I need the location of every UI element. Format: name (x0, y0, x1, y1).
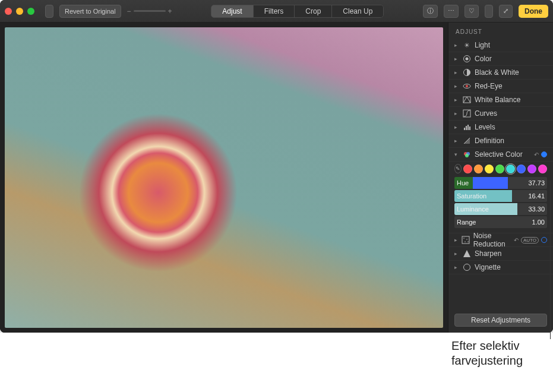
chevron-right-icon: ▸ (454, 138, 459, 144)
adjust-whitebalance[interactable]: ▸ White Balance (448, 93, 553, 107)
svg-rect-13 (469, 127, 470, 130)
eyedropper-icon: ✎ (456, 166, 460, 172)
slider-value: 37.73 (528, 179, 547, 186)
color-swatch[interactable] (463, 165, 472, 173)
slider-label: Hue (454, 179, 528, 186)
slider-hue[interactable]: Hue37.73 (454, 177, 547, 189)
annotation-leader-line (550, 181, 551, 333)
sidebar-toggle-button[interactable] (45, 5, 53, 18)
undo-icon[interactable]: ↶ (514, 237, 519, 244)
tab-adjust[interactable]: Adjust (211, 5, 253, 18)
enabled-toggle[interactable] (541, 237, 547, 243)
photo-canvas[interactable] (0, 23, 448, 333)
svg-rect-11 (466, 126, 467, 130)
sharpen-icon (463, 249, 471, 258)
svg-rect-12 (467, 125, 469, 130)
adjust-curves[interactable]: ▸ Curves (448, 107, 553, 121)
color-swatch[interactable] (474, 165, 483, 173)
zoom-slider[interactable]: − + (127, 7, 172, 15)
content-area: ADJUST ▸ ☀ Light ▸ Color ▸ (0, 23, 553, 333)
svg-rect-8 (463, 97, 470, 103)
noise-icon (462, 236, 470, 244)
adjust-noise-reduction[interactable]: ▸ Noise Reduction ↶ AUTO (448, 233, 553, 247)
color-swatch[interactable] (517, 165, 526, 173)
favorite-button[interactable]: ♡ (464, 5, 479, 18)
slider-label: Saturation (454, 192, 528, 200)
slider-value: 1.00 (532, 219, 547, 226)
tab-filters[interactable]: Filters (254, 5, 295, 18)
done-button[interactable]: Done (519, 5, 548, 18)
edited-photo (5, 27, 443, 328)
slider-label: Luminance (454, 206, 528, 213)
slider-label: Range (454, 219, 532, 226)
revert-button[interactable]: Revert to Original (59, 5, 121, 18)
chevron-right-icon: ▸ (454, 124, 459, 130)
aspect-button[interactable] (485, 5, 493, 18)
info-icon: ⓘ (427, 7, 434, 15)
svg-point-16 (465, 154, 469, 157)
adjust-light[interactable]: ▸ ☀ Light (448, 39, 553, 52)
auto-badge[interactable]: AUTO (521, 237, 539, 244)
adjust-redeye[interactable]: ▸ Red-Eye (448, 80, 553, 93)
svg-point-20 (464, 241, 466, 242)
window-controls (5, 8, 34, 15)
heart-icon: ♡ (469, 7, 475, 15)
color-swatch[interactable] (527, 165, 536, 173)
adjust-levels[interactable]: ▸ Levels (448, 121, 553, 134)
svg-point-22 (464, 264, 470, 271)
chevron-right-icon: ▸ (454, 97, 459, 103)
slider-saturation[interactable]: Saturation16.41 (454, 190, 547, 202)
zoom-icon[interactable] (27, 8, 34, 15)
tab-cleanup[interactable]: Clean Up (332, 5, 384, 18)
adjust-selective-color[interactable]: ▾ Selective Color ↶ (448, 148, 553, 162)
adjust-bw[interactable]: ▸ Black & White (448, 66, 553, 80)
sidebar-header: ADJUST (448, 23, 553, 39)
redeye-icon (463, 82, 471, 90)
chevron-right-icon: ▸ (454, 251, 459, 257)
expand-icon: ⤢ (503, 7, 508, 15)
chevron-right-icon: ▸ (454, 83, 459, 89)
color-icon (463, 55, 471, 63)
ellipsis-icon: ⋯ (448, 7, 454, 15)
fullscreen-button[interactable]: ⤢ (499, 5, 513, 18)
svg-point-4 (466, 58, 469, 61)
reset-adjustments-button[interactable]: Reset Adjustments (454, 314, 547, 327)
svg-point-7 (466, 85, 468, 87)
adjust-definition[interactable]: ▸ Definition (448, 134, 553, 148)
chevron-right-icon: ▸ (454, 56, 459, 62)
app-window: Revert to Original − + Adjust Filters Cr… (0, 0, 553, 333)
tab-crop[interactable]: Crop (295, 5, 332, 18)
close-icon[interactable] (5, 8, 12, 15)
bw-icon (463, 68, 471, 77)
svg-point-19 (466, 239, 467, 240)
svg-rect-17 (462, 236, 469, 244)
levels-icon (463, 123, 471, 131)
chevron-down-icon: ▾ (454, 151, 459, 157)
more-button[interactable]: ⋯ (444, 5, 459, 18)
done-label: Done (524, 7, 542, 15)
chevron-right-icon: ▸ (454, 264, 459, 270)
svg-point-21 (467, 241, 469, 242)
eyedropper-button[interactable]: ✎ (454, 164, 462, 173)
slider-range[interactable]: Range1.00 (454, 216, 547, 228)
color-swatch[interactable] (506, 165, 515, 173)
vignette-icon (463, 263, 471, 271)
info-button[interactable]: ⓘ (423, 5, 438, 18)
color-swatch[interactable] (495, 165, 504, 173)
adjust-vignette[interactable]: ▸ Vignette (448, 261, 553, 274)
zoom-track[interactable] (134, 10, 166, 12)
color-swatch[interactable] (538, 165, 547, 173)
adjust-color[interactable]: ▸ Color (448, 52, 553, 66)
slider-luminance[interactable]: Luminance33.30 (454, 203, 547, 215)
light-icon: ☀ (463, 41, 471, 49)
zoom-out-icon: − (127, 7, 131, 15)
enabled-toggle[interactable] (541, 151, 547, 157)
adjust-sharpen[interactable]: ▸ Sharpen (448, 247, 553, 261)
minimize-icon[interactable] (16, 8, 23, 15)
titlebar: Revert to Original − + Adjust Filters Cr… (0, 0, 553, 23)
color-swatch[interactable] (485, 165, 494, 173)
chevron-right-icon: ▸ (454, 69, 459, 75)
svg-point-18 (463, 238, 464, 239)
chevron-right-icon: ▸ (454, 237, 458, 243)
undo-icon[interactable]: ↶ (534, 151, 539, 158)
